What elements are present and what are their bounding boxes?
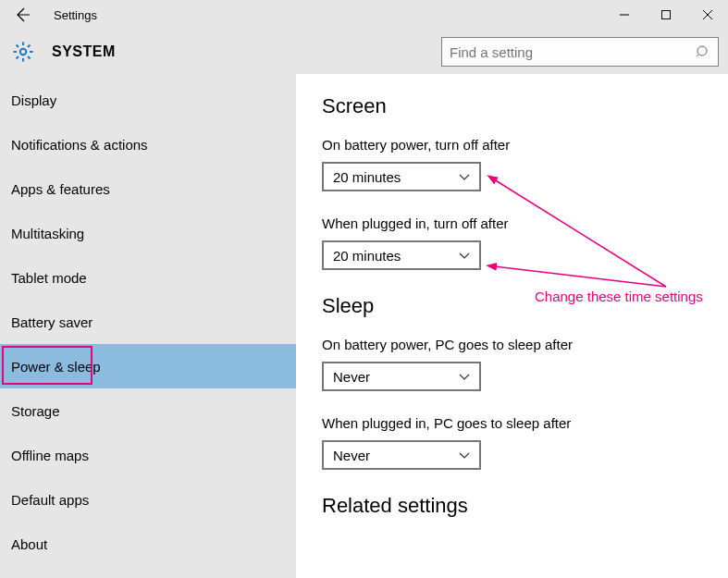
sidebar-item-label: Display (11, 92, 56, 108)
sidebar-item-label: Apps & features (11, 181, 110, 197)
sidebar-item-tablet[interactable]: Tablet mode (0, 255, 296, 300)
select-value: Never (333, 369, 370, 385)
sidebar: Display Notifications & actions Apps & f… (0, 74, 296, 578)
titlebar: Settings (0, 0, 728, 30)
sidebar-item-label: Power & sleep (11, 359, 101, 375)
sidebar-item-offline-maps[interactable]: Offline maps (0, 433, 296, 477)
sleep-battery-label: On battery power, PC goes to sleep after (322, 337, 728, 352)
chevron-down-icon (459, 251, 470, 262)
sidebar-item-label: Storage (11, 403, 60, 419)
sidebar-item-label: Default apps (11, 492, 89, 508)
sidebar-item-about[interactable]: About (0, 522, 296, 566)
select-value: Never (333, 448, 370, 463)
gear-icon (11, 40, 35, 64)
svg-line-10 (28, 56, 31, 59)
sidebar-item-apps[interactable]: Apps & features (0, 166, 296, 211)
svg-line-11 (28, 45, 31, 48)
close-icon (703, 10, 712, 19)
svg-line-9 (17, 45, 19, 48)
chevron-down-icon (459, 450, 470, 461)
sleep-battery-select[interactable]: Never (322, 362, 481, 391)
related-heading: Related settings (322, 494, 728, 518)
sleep-heading: Sleep (322, 294, 728, 318)
sidebar-item-storage[interactable]: Storage (0, 388, 296, 433)
sidebar-item-label: Tablet mode (11, 270, 87, 286)
svg-rect-1 (661, 11, 670, 19)
select-value: 20 minutes (333, 248, 401, 264)
svg-line-14 (697, 55, 699, 57)
chevron-down-icon (459, 172, 470, 183)
sidebar-item-notifications[interactable]: Notifications & actions (0, 122, 296, 166)
sidebar-item-label: Battery saver (11, 314, 93, 330)
search-input[interactable] (450, 44, 696, 60)
page-title: SYSTEM (52, 43, 116, 60)
search-icon (696, 44, 710, 59)
sidebar-item-multitasking[interactable]: Multitasking (0, 211, 296, 255)
screen-battery-label: On battery power, turn off after (322, 137, 728, 153)
back-button[interactable] (0, 0, 44, 30)
search-box[interactable] (441, 37, 719, 67)
window-controls (603, 0, 728, 30)
svg-point-4 (20, 49, 26, 55)
svg-line-12 (17, 56, 19, 59)
minimize-icon (620, 10, 629, 19)
sidebar-item-label: Multitasking (11, 226, 84, 241)
sidebar-item-display[interactable]: Display (0, 78, 296, 122)
header: SYSTEM (0, 30, 728, 74)
select-value: 20 minutes (333, 169, 401, 185)
window-title: Settings (54, 8, 97, 22)
sidebar-item-power-sleep[interactable]: Power & sleep (0, 344, 296, 388)
screen-plugged-select[interactable]: 20 minutes (322, 240, 481, 270)
maximize-icon (661, 10, 671, 19)
content-area: Screen On battery power, turn off after … (296, 74, 728, 578)
sidebar-item-default-apps[interactable]: Default apps (0, 477, 296, 522)
screen-heading: Screen (322, 94, 728, 118)
sidebar-item-battery[interactable]: Battery saver (0, 300, 296, 344)
screen-battery-select[interactable]: 20 minutes (322, 162, 481, 191)
close-button[interactable] (686, 0, 728, 30)
maximize-button[interactable] (645, 0, 686, 30)
sleep-plugged-label: When plugged in, PC goes to sleep after (322, 415, 728, 431)
screen-plugged-label: When plugged in, turn off after (322, 215, 728, 231)
sleep-plugged-select[interactable]: Never (322, 440, 481, 470)
sidebar-item-label: Notifications & actions (11, 137, 148, 153)
arrow-left-icon (13, 6, 31, 24)
chevron-down-icon (459, 372, 470, 383)
minimize-button[interactable] (603, 0, 645, 30)
sidebar-item-label: About (11, 536, 47, 552)
sidebar-item-label: Offline maps (11, 448, 89, 463)
